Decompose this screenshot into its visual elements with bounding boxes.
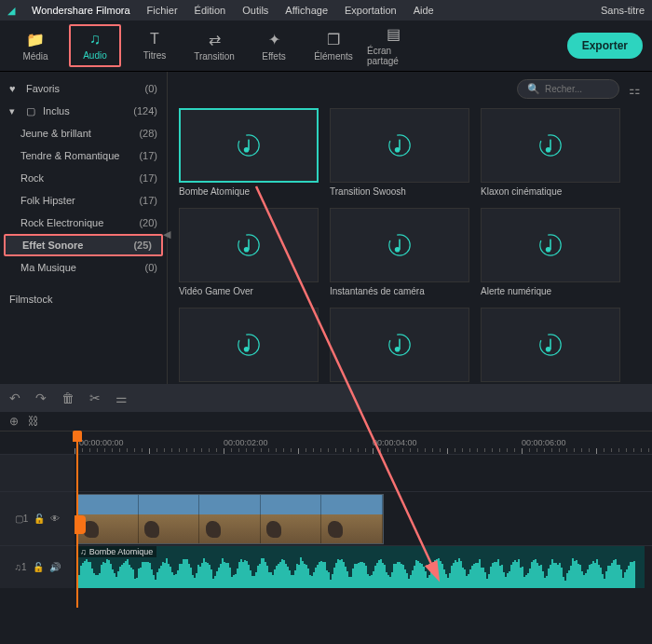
app-brand: Wondershare Filmora [32, 5, 130, 16]
tab-split-screen[interactable]: ▤Écran partagé [367, 24, 419, 67]
media-thumbnail[interactable] [330, 308, 469, 382]
tab-label: Titres [143, 50, 167, 61]
media-thumbnail[interactable]: Bombe Atomique [179, 108, 319, 197]
sidebar: ♥Favoris(0) ▾▢Inclus(124) Jeune & brilla… [0, 72, 168, 384]
menu-help[interactable]: Aide [414, 5, 434, 16]
track-spacer [0, 454, 652, 491]
add-marker-icon[interactable]: ⊕ [9, 415, 19, 428]
sidebar-item-effet-sonore[interactable]: Effet Sonore(25) [4, 234, 163, 256]
menu-export[interactable]: Exportation [345, 5, 397, 16]
clip-thumbnail [77, 495, 139, 543]
count-badge: (25) [133, 240, 152, 251]
media-thumbnail[interactable]: Transition Swoosh [330, 108, 469, 197]
sidebar-item[interactable]: Jeune & brillant(28) [0, 122, 167, 144]
adjust-icon[interactable]: ⚌ [115, 391, 128, 405]
sidebar-item[interactable]: Rock(17) [0, 167, 167, 189]
thumbnail-label: Bombe Atomique [179, 186, 319, 197]
menu-file[interactable]: Fichier [147, 5, 178, 16]
media-thumbnail[interactable]: Instantanés de caméra [330, 208, 469, 296]
clip-thumbnail [199, 495, 261, 543]
link-icon[interactable]: ⛓ [28, 415, 39, 428]
svg-rect-26 [550, 339, 551, 349]
tab-label: Transition [194, 51, 235, 62]
text-icon: T [150, 31, 159, 48]
count-badge: (17) [139, 195, 157, 206]
speaker-icon[interactable]: 🔊 [49, 562, 61, 572]
timecode: 00:00:04:00 [373, 438, 417, 447]
sidebar-favoris[interactable]: ♥Favoris(0) [0, 77, 167, 100]
video-track: ▢1 🔓 👁 ▶Plage [0, 491, 652, 545]
sidebar-item-label: Favoris [26, 83, 60, 94]
tab-audio[interactable]: ♫Audio [69, 24, 121, 67]
split-icon: ▤ [387, 25, 401, 43]
thumbnail-box [481, 208, 620, 282]
tab-media[interactable]: 📁Média [9, 24, 61, 67]
svg-rect-20 [248, 339, 250, 349]
media-thumbnail[interactable]: Alerte numérique [481, 208, 620, 296]
media-thumbnail[interactable] [481, 308, 620, 382]
media-thumbnail[interactable] [179, 308, 319, 382]
eye-icon[interactable]: 👁 [50, 514, 60, 524]
timeline: 00:00:00:00 00:00:02:00 00:00:04:00 00:0… [0, 431, 652, 588]
main-toolbar: 📁Média ♫Audio TTitres ⇄Transition ✦Effet… [0, 21, 652, 72]
svg-rect-14 [399, 240, 401, 250]
music-icon: ♫ [89, 31, 101, 48]
sidebar-item[interactable]: Rock Electronique(20) [0, 212, 167, 234]
edit-toolbar: ↶ ↷ 🗑 ✂ ⚌ [0, 384, 652, 412]
media-thumbnail[interactable]: Klaxon cinématique [481, 108, 620, 197]
export-button[interactable]: Exporter [567, 33, 643, 59]
sidebar-item[interactable]: Folk Hipster(17) [0, 189, 167, 212]
media-thumbnail[interactable]: Vidéo Game Over [179, 208, 319, 296]
audio-clip[interactable]: ♫Bombe Atomique [76, 546, 645, 588]
video-clip[interactable]: ▶Plage [76, 494, 384, 544]
tab-label: Écran partagé [367, 46, 419, 66]
tab-transition[interactable]: ⇄Transition [188, 24, 240, 67]
chevron-down-icon: ▾ [9, 105, 22, 117]
undo-icon[interactable]: ↶ [9, 391, 20, 405]
sidebar-item-label: Filmstock [9, 294, 52, 305]
sidebar-filmstock[interactable]: Filmstock [0, 288, 167, 310]
thumbnail-box [330, 108, 469, 183]
count-badge: (28) [139, 128, 157, 139]
menu-edit[interactable]: Édition [195, 5, 226, 16]
sidebar-item-label: Effet Sonore [22, 240, 83, 251]
view-grid-icon[interactable]: ⚏ [629, 82, 641, 97]
svg-rect-8 [550, 140, 551, 150]
tab-label: Audio [83, 50, 107, 61]
sidebar-inclus[interactable]: ▾▢Inclus(124) [0, 100, 167, 122]
search-box[interactable]: 🔍 [517, 79, 619, 99]
svg-rect-17 [550, 240, 551, 250]
sidebar-item[interactable]: Tendre & Romantique(17) [0, 144, 167, 167]
search-input[interactable] [545, 84, 610, 94]
sidebar-item-label: Tendre & Romantique [20, 150, 119, 161]
collapse-sidebar-icon[interactable]: ◀ [163, 228, 170, 240]
cut-icon[interactable]: ✂ [89, 391, 101, 405]
menu-tools[interactable]: Outils [242, 5, 268, 16]
svg-rect-2 [248, 140, 250, 150]
lock-icon[interactable]: 🔓 [33, 562, 44, 572]
tab-titles[interactable]: TTitres [129, 24, 181, 67]
delete-icon[interactable]: 🗑 [61, 391, 75, 405]
menu-display[interactable]: Affichage [285, 5, 328, 16]
playhead[interactable] [76, 431, 78, 608]
redo-icon[interactable]: ↷ [35, 391, 47, 405]
timeline-ruler[interactable]: 00:00:00:00 00:00:02:00 00:00:04:00 00:0… [0, 431, 652, 454]
sidebar-item-label: Rock Electronique [20, 217, 103, 228]
tab-elements[interactable]: ❐Éléments [307, 24, 360, 67]
lock-icon[interactable]: 🔓 [34, 514, 45, 524]
content-area: ♥Favoris(0) ▾▢Inclus(124) Jeune & brilla… [0, 72, 652, 384]
thumbnail-label: Transition Swoosh [330, 186, 469, 197]
sidebar-item[interactable]: Ma Musique(0) [0, 256, 167, 279]
svg-rect-23 [399, 339, 401, 349]
thumbnail-box [179, 108, 319, 183]
folder-icon: 📁 [26, 31, 45, 48]
thumbnail-label: Vidéo Game Over [179, 286, 319, 296]
count-badge: (0) [145, 262, 157, 273]
thumbnail-box [179, 208, 319, 282]
svg-rect-5 [399, 140, 401, 150]
count-badge: (20) [139, 217, 157, 228]
app-logo-icon: ◢ [7, 5, 15, 17]
tab-effects[interactable]: ✦Effets [248, 24, 300, 67]
sidebar-item-label: Ma Musique [20, 262, 76, 273]
thumbnail-label: Instantanés de caméra [330, 286, 469, 296]
